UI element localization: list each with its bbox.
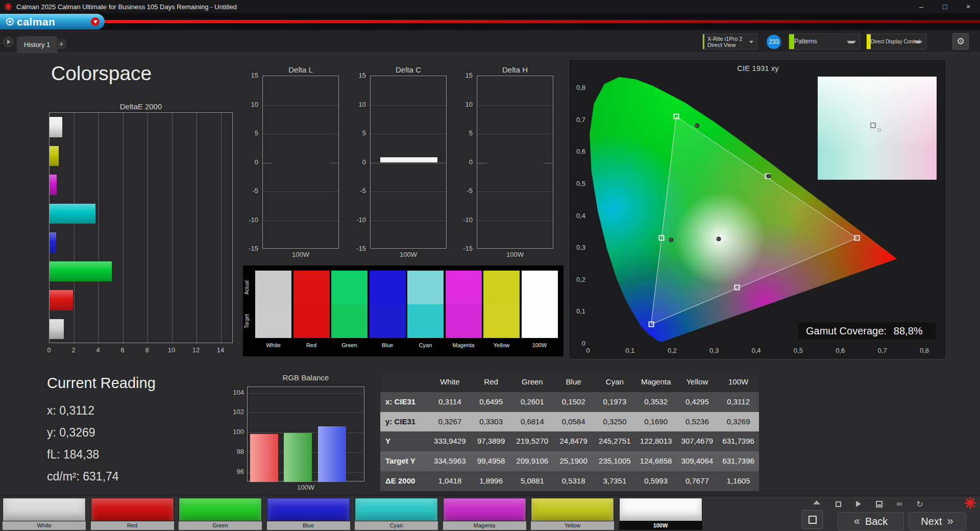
- value-cell: 631,7396: [718, 451, 759, 471]
- chart-title: DeltaE 2000: [49, 102, 233, 111]
- logo-menu-arrow-icon[interactable]: [91, 17, 100, 26]
- swatch-target-green: [331, 304, 368, 338]
- chart-title: CIE 1931 xy: [569, 64, 947, 73]
- pattern-button-100w[interactable]: 100W: [619, 498, 702, 530]
- stop-button[interactable]: [833, 499, 843, 509]
- y-gridline: [263, 105, 338, 106]
- bar-red: [250, 434, 278, 482]
- pattern-button-yellow[interactable]: Yellow: [531, 498, 614, 530]
- header-cell: [380, 372, 429, 392]
- refresh-button[interactable]: ↻: [915, 499, 925, 509]
- back-button[interactable]: « Back: [838, 512, 904, 530]
- calman-star-logo: [964, 497, 976, 509]
- minimize-button[interactable]: –: [910, 0, 933, 13]
- chart-title: RGB Balance: [247, 373, 364, 382]
- target-row-label: Target: [244, 304, 253, 338]
- value-cell: 0,3532: [635, 392, 677, 412]
- pattern-swatch: [179, 498, 262, 521]
- y-gridline: [263, 221, 338, 221]
- value-cell: 0,5236: [677, 412, 718, 432]
- value-cell: 0,3267: [429, 412, 471, 432]
- swatch-actual-cyan: [407, 271, 444, 304]
- pattern-button-magenta[interactable]: Magenta: [443, 498, 526, 530]
- value-cell: 209,9106: [512, 451, 553, 471]
- delta-bar: [487, 162, 544, 163]
- value-cell: 235,1005: [594, 451, 635, 471]
- save-button[interactable]: [874, 499, 884, 509]
- y-gridline: [477, 221, 553, 221]
- y-tick-label: -5: [350, 187, 366, 195]
- pattern-button-red[interactable]: Red: [91, 498, 174, 530]
- patterns-select[interactable]: Patterns: [789, 34, 860, 50]
- link-button[interactable]: ∞: [894, 499, 904, 509]
- header-cell: Magenta: [635, 372, 677, 392]
- swatch-target-yellow: [483, 304, 520, 338]
- deltae-2000-chart: DeltaE 200002468101214: [49, 102, 243, 357]
- value-cell: 3,7351: [594, 471, 635, 491]
- swatch-actual-magenta: [446, 271, 482, 304]
- y-gridline: [263, 134, 338, 134]
- tab-bar: History 1 + X-Rite i1Pro 2 Direct View 2…: [0, 30, 980, 53]
- bar-blue: [50, 232, 56, 253]
- y-gridline: [477, 191, 553, 192]
- tab-history-1[interactable]: History 1: [17, 36, 57, 53]
- x-tick-label: 0: [43, 346, 55, 354]
- x-tick-label: 14: [214, 346, 227, 354]
- value-cell: 1,1605: [718, 471, 759, 491]
- delta-l-chart: Delta L151050-5-10-15100W: [242, 65, 344, 262]
- table-row: x: CIE310,31140,64950,26010,15020,19730,…: [380, 392, 759, 412]
- table-row: y: CIE310,32670,33030,68140,05840,32500,…: [380, 412, 759, 432]
- measured-marker: [669, 237, 673, 242]
- y-tick-label: 10: [350, 101, 366, 108]
- value-cell: 0,3114: [429, 392, 471, 412]
- y-gridline: [248, 393, 364, 394]
- pattern-swatch: [355, 498, 438, 521]
- value-cell: 334,5963: [429, 451, 471, 471]
- close-button[interactable]: ×: [957, 0, 980, 13]
- y-tick-label: -10: [242, 216, 258, 224]
- meter-count-badge[interactable]: 233: [767, 35, 781, 49]
- collapse-button[interactable]: [811, 498, 823, 504]
- pattern-button-blue[interactable]: Blue: [267, 498, 350, 530]
- y-tick-label: 10: [242, 101, 258, 108]
- meter-select[interactable]: X-Rite i1Pro 2 Direct View: [702, 34, 757, 50]
- x-gridline: [99, 113, 99, 343]
- value-cell: 333,9429: [429, 431, 471, 451]
- display-window-button[interactable]: [802, 510, 823, 529]
- calman-logo-button[interactable]: calman: [0, 14, 105, 30]
- y-gridline: [371, 134, 446, 134]
- next-button[interactable]: Next »: [909, 512, 966, 530]
- table-header-row: WhiteRedGreenBlueCyanMagentaYellow100W: [380, 372, 759, 392]
- value-cell: 307,4679: [677, 431, 718, 451]
- plot-area: [262, 76, 339, 249]
- pattern-button-cyan[interactable]: Cyan: [355, 498, 438, 530]
- pattern-swatch: [443, 498, 526, 521]
- reading-line: fL: 184,38: [47, 444, 156, 466]
- value-cell: 124,6858: [635, 451, 677, 471]
- play-button[interactable]: [853, 499, 864, 509]
- swatch-label: Blue: [370, 342, 406, 348]
- swatch-target-cyan: [407, 304, 444, 338]
- maximize-button[interactable]: □: [933, 0, 957, 13]
- tab-scroll-button[interactable]: [3, 37, 13, 47]
- x-gridline: [172, 113, 173, 343]
- stop-icon: [836, 501, 841, 507]
- chevrons-left-icon: «: [854, 515, 860, 528]
- swatch-actual-white: [255, 271, 291, 304]
- plot-area: [247, 387, 364, 481]
- display-control-select[interactable]: Direct Display Control: [866, 34, 926, 50]
- x-axis-label: 100W: [262, 251, 339, 258]
- header-cell: Cyan: [594, 372, 635, 392]
- settings-button[interactable]: ⚙: [952, 33, 969, 50]
- add-tab-button[interactable]: +: [56, 39, 66, 49]
- swatch-target-white: [255, 304, 291, 338]
- value-cell: 0,2601: [512, 392, 553, 412]
- pattern-button-green[interactable]: Green: [179, 498, 262, 530]
- display-icon: [808, 516, 817, 524]
- app-window: Calman 2025 Calman Ultimate for Business…: [0, 0, 980, 531]
- delta-bar: [380, 157, 437, 162]
- gamut-coverage-label: Gamut Coverage:: [806, 325, 887, 337]
- pattern-button-white[interactable]: White: [3, 498, 86, 530]
- back-label: Back: [865, 516, 888, 527]
- x-gridline: [148, 113, 148, 343]
